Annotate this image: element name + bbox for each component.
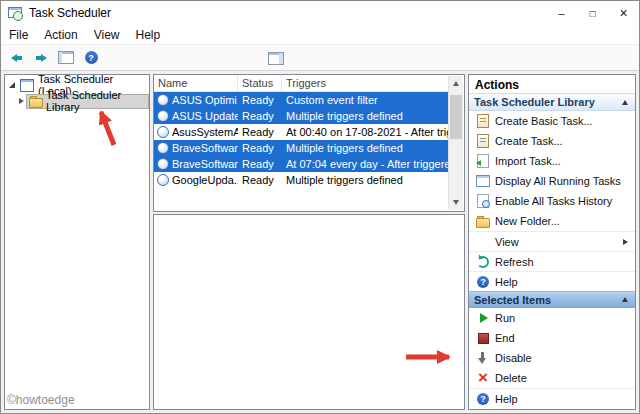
enable-history-icon — [476, 194, 490, 208]
task-scheduler-app-icon — [8, 6, 24, 21]
action-label: Create Basic Task... — [495, 115, 593, 127]
tree-item-task-scheduler-library[interactable]: Task Scheduler Library — [5, 93, 149, 109]
expanded-arrow-icon — [9, 82, 15, 88]
task-row[interactable]: ASUS Optimi... Ready Custom event filter — [154, 92, 448, 108]
action-view[interactable]: View — [469, 231, 635, 251]
help-icon — [476, 275, 490, 289]
menu-file[interactable]: File — [1, 28, 36, 42]
column-header-name[interactable]: Name — [154, 75, 238, 91]
close-button[interactable]: × — [608, 1, 639, 25]
action-disable[interactable]: Disable — [469, 348, 635, 368]
collapse-icon[interactable] — [622, 100, 628, 105]
task-name-cell: ASUS Optimi... — [154, 94, 238, 106]
task-triggers: Multiple triggers defined — [282, 174, 448, 186]
console-tree-panel: Task Scheduler (Local) Task Scheduler Li… — [4, 74, 150, 410]
action-help-selected[interactable]: Help — [469, 388, 635, 408]
maximize-button[interactable]: □ — [577, 1, 608, 25]
action-enable-all-tasks-history[interactable]: Enable All Tasks History — [469, 191, 635, 211]
watermark: ©howtoedge — [7, 393, 75, 407]
task-clock-icon — [157, 142, 169, 154]
console-tree-toggle-icon[interactable] — [56, 48, 76, 68]
action-label: Refresh — [495, 256, 534, 268]
task-name: ASUS Optimi... — [172, 94, 238, 106]
action-label: Enable All Tasks History — [495, 195, 612, 207]
submenu-arrow-icon — [623, 239, 628, 245]
tree-selection-highlight: Task Scheduler Library — [26, 94, 149, 109]
action-run[interactable]: Run — [469, 308, 635, 328]
task-status: Ready — [238, 158, 282, 170]
selected-items-section-header[interactable]: Selected Items — [469, 291, 635, 308]
action-label: Import Task... — [495, 155, 561, 167]
task-row[interactable]: BraveSoftwar... Ready Multiple triggers … — [154, 140, 448, 156]
minimize-button[interactable]: – — [546, 1, 577, 25]
task-status: Ready — [238, 110, 282, 122]
column-header-triggers[interactable]: Triggers — [282, 75, 448, 91]
action-label: Display All Running Tasks — [495, 175, 621, 187]
action-display-all-running-tasks[interactable]: Display All Running Tasks — [469, 171, 635, 191]
task-name-cell: AsusSystemA... — [154, 126, 238, 138]
task-name: BraveSoftwar... — [172, 142, 238, 154]
column-header-status[interactable]: Status — [238, 75, 282, 91]
action-new-folder[interactable]: New Folder... — [469, 211, 635, 231]
task-clock-icon — [157, 94, 169, 106]
menubar: File Action View Help — [1, 25, 639, 45]
task-row[interactable]: ASUS Update... Ready Multiple triggers d… — [154, 108, 448, 124]
list-scrollbar[interactable] — [448, 76, 463, 210]
toolbar-help-icon[interactable]: ? — [81, 48, 101, 68]
back-icon[interactable] — [6, 48, 26, 68]
task-name-cell: GoogleUpda... — [154, 174, 238, 186]
expand-chevron-icon — [19, 98, 24, 104]
collapse-icon[interactable] — [622, 297, 628, 302]
task-details-pane — [153, 214, 465, 410]
action-end[interactable]: End — [469, 328, 635, 348]
action-label: Run — [495, 312, 515, 324]
task-status: Ready — [238, 94, 282, 106]
menu-view[interactable]: View — [86, 28, 128, 42]
window-title: Task Scheduler — [29, 6, 111, 20]
delete-icon — [476, 371, 490, 385]
scroll-down-icon[interactable] — [449, 195, 463, 210]
task-clock-icon — [157, 126, 169, 138]
action-help[interactable]: Help — [469, 271, 635, 291]
action-label: Create Task... — [495, 135, 563, 147]
task-row[interactable]: AsusSystemA... Ready At 00:40 on 17-08-2… — [154, 124, 448, 140]
console-icon — [20, 79, 34, 92]
forward-icon[interactable] — [31, 48, 51, 68]
help-icon — [476, 392, 490, 406]
task-name: AsusSystemA... — [172, 126, 238, 138]
action-create-basic-task[interactable]: Create Basic Task... — [469, 111, 635, 131]
import-task-icon — [476, 154, 490, 168]
task-name: GoogleUpda... — [172, 174, 238, 186]
task-name: ASUS Update... — [172, 110, 238, 122]
action-import-task[interactable]: Import Task... — [469, 151, 635, 171]
titlebar: Task Scheduler – □ × — [1, 1, 639, 25]
action-label: End — [495, 332, 515, 344]
menu-help[interactable]: Help — [128, 28, 169, 42]
task-name-cell: BraveSoftwar... — [154, 142, 238, 154]
create-task-icon — [476, 134, 490, 148]
task-row[interactable]: GoogleUpda... Ready Multiple triggers de… — [154, 172, 448, 188]
action-pane-toggle-icon[interactable] — [266, 48, 286, 68]
scroll-up-icon[interactable] — [449, 76, 463, 91]
main-area: Task Scheduler (Local) Task Scheduler Li… — [1, 71, 639, 413]
task-scheduler-window: Task Scheduler – □ × File Action View He… — [0, 0, 640, 414]
task-clock-icon — [157, 110, 169, 122]
view-icon-placeholder — [476, 235, 490, 249]
task-triggers: Multiple triggers defined — [282, 142, 448, 154]
action-delete[interactable]: Delete — [469, 368, 635, 388]
task-status: Ready — [238, 142, 282, 154]
action-create-task[interactable]: Create Task... — [469, 131, 635, 151]
action-label: Disable — [495, 352, 532, 364]
tree-library-label: Task Scheduler Library — [46, 89, 145, 113]
task-name-cell: ASUS Update... — [154, 110, 238, 122]
menu-action[interactable]: Action — [36, 28, 85, 42]
task-triggers: Multiple triggers defined — [282, 110, 448, 122]
library-section-header[interactable]: Task Scheduler Library — [469, 94, 635, 111]
action-refresh[interactable]: Refresh — [469, 251, 635, 271]
task-status: Ready — [238, 174, 282, 186]
list-header: Name Status Triggers — [154, 75, 448, 92]
task-list-panel: Name Status Triggers ASUS Optimi... Read… — [153, 74, 465, 212]
task-list-body: ASUS Optimi... Ready Custom event filter… — [154, 92, 448, 188]
task-row[interactable]: BraveSoftwar... Ready At 07:04 every day… — [154, 156, 448, 172]
scroll-thumb[interactable] — [450, 95, 462, 139]
